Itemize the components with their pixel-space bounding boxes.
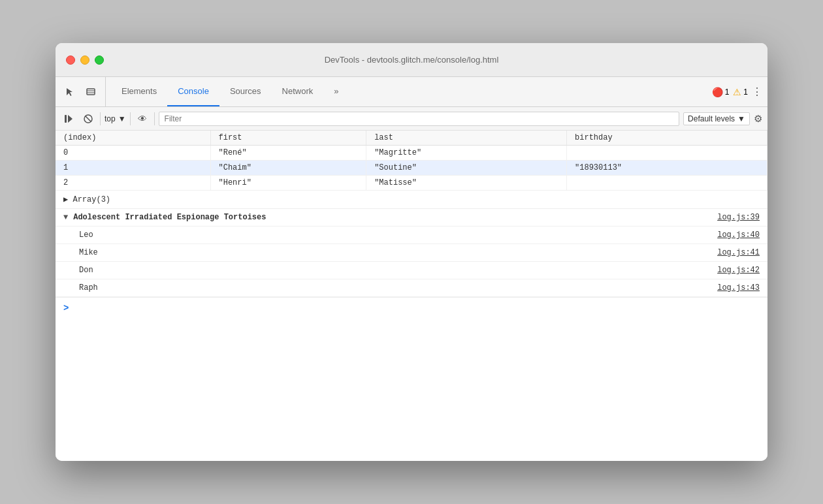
log-group-header[interactable]: ▼ Adolescent Irradiated Espionage Tortoi… (56, 209, 767, 227)
svg-marker-4 (68, 115, 73, 123)
list-item-main: Leo log.js:40 (79, 230, 760, 240)
console-toolbar: top ▼ 👁 Default levels ▼ ⚙ (56, 107, 767, 131)
list-item-main: Don log.js:42 (79, 266, 760, 275)
eye-icon[interactable]: 👁 (135, 111, 150, 127)
table-cell: "René" (210, 146, 366, 161)
error-number: 1 (725, 87, 730, 97)
list-item-main: Mike log.js:41 (79, 248, 760, 257)
list-item-text: Don (79, 266, 712, 275)
table-cell (567, 146, 767, 161)
table-cell: 0 (56, 146, 210, 161)
table-cell: "Soutine" (366, 161, 567, 176)
col-first: first (210, 131, 366, 146)
table-cell: "Henri" (210, 176, 366, 191)
titlebar: DevTools - devtools.glitch.me/console/lo… (56, 43, 767, 77)
col-index: (index) (56, 131, 210, 146)
tab-console[interactable]: Console (167, 77, 219, 106)
svg-rect-3 (65, 115, 67, 123)
tabsbar-right: 🔴 1 ⚠ 1 ⋮ (712, 77, 762, 106)
tabs-bar: Elements Console Sources Network » 🔴 1 ⚠… (56, 77, 767, 107)
table-cell: "18930113" (567, 161, 767, 176)
warn-icon: ⚠ (733, 87, 741, 97)
log-group-header-main: ▼ Adolescent Irradiated Espionage Tortoi… (63, 213, 760, 222)
list-item: Don log.js:42 (56, 262, 767, 279)
devtools-window: DevTools - devtools.glitch.me/console/lo… (56, 43, 767, 461)
tab-more[interactable]: » (323, 77, 349, 106)
play-icon[interactable] (61, 111, 76, 127)
warn-number: 1 (743, 87, 748, 97)
col-last: last (366, 131, 567, 146)
list-item-text: Mike (79, 248, 712, 257)
col-birthday: birthday (567, 131, 767, 146)
table-cell: 1 (56, 161, 210, 176)
svg-line-6 (86, 116, 91, 121)
warn-count: ⚠ 1 (733, 87, 748, 97)
table-cell: 2 (56, 176, 210, 191)
log-items: Leo log.js:40 Mike log.js:41 Don log.js:… (56, 227, 767, 297)
window-title: DevTools - devtools.glitch.me/console/lo… (325, 55, 499, 65)
array-label: ▶ Array(3) (63, 195, 110, 204)
settings-icon[interactable]: ⚙ (754, 113, 762, 125)
levels-label: Default levels (688, 114, 735, 123)
layers-icon[interactable] (82, 83, 100, 101)
table-row: 1"Chaim""Soutine""18930113" (56, 161, 767, 176)
table-section: (index) first last birthday 0"René""Magr… (56, 131, 767, 209)
main-tabs: Elements Console Sources Network » (111, 77, 712, 106)
close-button[interactable] (66, 55, 75, 65)
list-item: Mike log.js:41 (56, 244, 767, 262)
group-title: Adolescent Irradiated Espionage Tortoise… (73, 213, 712, 222)
log-group: ▼ Adolescent Irradiated Espionage Tortoi… (56, 209, 767, 298)
minimize-button[interactable] (80, 55, 89, 65)
cursor-icon[interactable] (61, 83, 79, 101)
table-cell (567, 176, 767, 191)
context-label: top (105, 114, 116, 123)
list-item-link[interactable]: log.js:41 (717, 248, 760, 257)
prompt-icon: > (63, 303, 69, 313)
table-row: 2"Henri""Matisse" (56, 176, 767, 191)
chevron-down-icon: ▼ (118, 114, 126, 123)
divider-3 (154, 112, 155, 125)
filter-input[interactable] (159, 112, 679, 126)
tab-elements[interactable]: Elements (111, 77, 167, 106)
list-item-link[interactable]: log.js:42 (717, 266, 760, 275)
levels-chevron-icon: ▼ (737, 114, 745, 123)
context-selector[interactable]: top ▼ (105, 114, 126, 123)
toolbar-icons (61, 77, 106, 106)
data-table: (index) first last birthday 0"René""Magr… (56, 131, 767, 191)
divider-2 (130, 112, 131, 125)
svg-rect-0 (87, 89, 95, 95)
divider-1 (100, 112, 101, 125)
more-menu-icon[interactable]: ⋮ (752, 86, 762, 98)
tab-sources[interactable]: Sources (219, 77, 272, 106)
list-item: Leo log.js:40 (56, 227, 767, 244)
array-toggle[interactable]: ▶ Array(3) (56, 191, 767, 208)
table-row: 0"René""Magritte" (56, 146, 767, 161)
ban-icon[interactable] (80, 111, 96, 127)
tab-network[interactable]: Network (272, 77, 324, 106)
group-expand-icon[interactable]: ▼ (63, 213, 68, 222)
levels-selector[interactable]: Default levels ▼ (683, 112, 750, 125)
list-item-text: Raph (79, 283, 712, 292)
console-content: (index) first last birthday 0"René""Magr… (56, 131, 767, 461)
traffic-lights (66, 55, 104, 65)
list-item-link[interactable]: log.js:43 (717, 283, 760, 292)
list-item-text: Leo (79, 230, 712, 240)
list-item: Raph log.js:43 (56, 279, 767, 297)
error-icon: 🔴 (712, 87, 723, 97)
prompt-line: > (56, 298, 767, 319)
error-count: 🔴 1 (712, 87, 730, 97)
table-cell: "Matisse" (366, 176, 567, 191)
list-item-main: Raph log.js:43 (79, 283, 760, 292)
group-title-link[interactable]: log.js:39 (717, 213, 760, 222)
table-cell: "Chaim" (210, 161, 366, 176)
maximize-button[interactable] (95, 55, 104, 65)
list-item-link[interactable]: log.js:40 (717, 230, 760, 240)
table-cell: "Magritte" (366, 146, 567, 161)
